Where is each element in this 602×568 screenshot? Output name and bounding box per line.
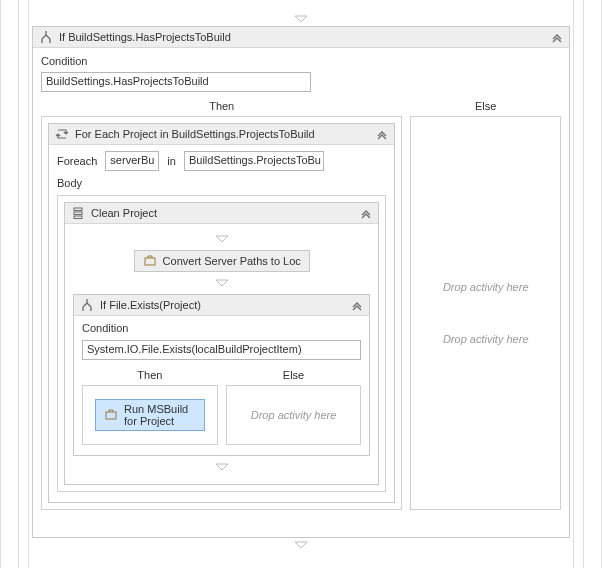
- sequence-icon: [71, 206, 85, 220]
- activity-label: Run MSBuild for Project: [124, 403, 196, 427]
- svg-marker-4: [216, 236, 228, 242]
- svg-rect-3: [74, 216, 82, 219]
- drop-target[interactable]: Drop activity here: [239, 398, 349, 432]
- collapse-button[interactable]: [360, 207, 372, 219]
- if-icon: [80, 298, 94, 312]
- else-label: Else: [226, 366, 362, 385]
- then-label: Then: [41, 97, 402, 116]
- svg-marker-9: [295, 542, 307, 548]
- collapse-button[interactable]: [351, 299, 363, 311]
- activity-title: Clean Project: [91, 207, 157, 219]
- sequence-clean-project[interactable]: Clean Project: [64, 202, 379, 485]
- activity-label: Convert Server Paths to Loc: [163, 255, 301, 267]
- svg-marker-6: [216, 280, 228, 286]
- condition-input[interactable]: System.IO.File.Exists(localBuildProjectI…: [82, 340, 361, 360]
- drop-insertion-point[interactable]: [213, 460, 231, 474]
- if-icon: [39, 30, 53, 44]
- drop-insertion-point[interactable]: [213, 232, 231, 246]
- drop-insertion-point[interactable]: [32, 12, 570, 26]
- activity-title: If File.Exists(Project): [100, 299, 201, 311]
- foreach-label: Foreach: [57, 155, 97, 167]
- svg-marker-0: [295, 16, 307, 22]
- collapse-button[interactable]: [376, 128, 388, 140]
- condition-label: Condition: [82, 322, 361, 334]
- svg-rect-1: [74, 208, 82, 211]
- activity-title: For Each Project in BuildSettings.Projec…: [75, 128, 315, 140]
- condition-label: Condition: [41, 55, 561, 67]
- if-activity-outer[interactable]: If BuildSettings.HasProjectsToBuild Cond…: [32, 26, 570, 538]
- drop-target[interactable]: Drop activity here: [419, 281, 552, 293]
- activity-icon: [104, 408, 118, 422]
- condition-input[interactable]: BuildSettings.HasProjectsToBuild: [41, 72, 311, 92]
- svg-rect-5: [145, 258, 155, 265]
- collapse-button[interactable]: [551, 31, 563, 43]
- drop-insertion-point[interactable]: [32, 538, 570, 552]
- svg-rect-7: [106, 412, 116, 419]
- foreach-icon: [55, 127, 69, 141]
- svg-marker-8: [216, 464, 228, 470]
- body-label: Body: [57, 177, 386, 189]
- drop-insertion-point[interactable]: [213, 276, 231, 290]
- svg-rect-2: [74, 212, 82, 215]
- foreach-variable-input[interactable]: serverBu: [105, 151, 159, 171]
- in-label: in: [167, 155, 176, 167]
- drop-target[interactable]: Drop activity here: [419, 333, 552, 345]
- then-label: Then: [82, 366, 218, 385]
- foreach-collection-input[interactable]: BuildSettings.ProjectsToBu: [184, 151, 324, 171]
- activity-title: If BuildSettings.HasProjectsToBuild: [59, 31, 231, 43]
- run-msbuild-activity[interactable]: Run MSBuild for Project: [95, 399, 205, 431]
- convert-paths-activity[interactable]: Convert Server Paths to Loc: [134, 250, 310, 272]
- foreach-activity[interactable]: For Each Project in BuildSettings.Projec…: [48, 123, 395, 503]
- activity-icon: [143, 254, 157, 268]
- else-label: Else: [410, 97, 561, 116]
- if-activity-inner[interactable]: If File.Exists(Project): [73, 294, 370, 456]
